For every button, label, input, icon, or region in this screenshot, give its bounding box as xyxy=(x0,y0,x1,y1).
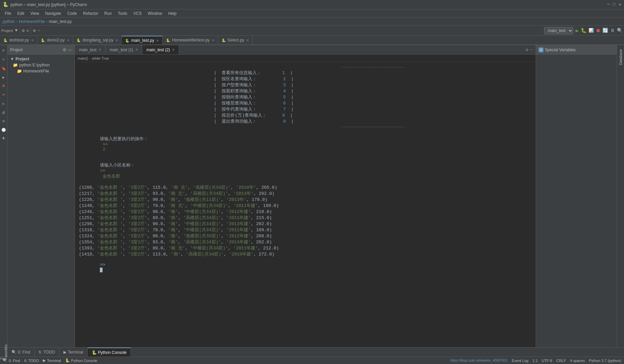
maximize-button[interactable]: □ xyxy=(613,2,616,7)
search-everywhere-button[interactable]: 🔍 xyxy=(617,28,623,33)
project-panel-toggle[interactable]: P xyxy=(1,48,7,54)
breadcrumb-python[interactable]: python xyxy=(3,19,15,24)
terminal-bar-toggle[interactable]: ▶ Terminal xyxy=(43,358,61,363)
find-icon: 🔍 xyxy=(11,350,17,355)
file-tab-demo2[interactable]: 🐍 demo2.py ✕ xyxy=(37,36,73,44)
split-icon[interactable]: ⊟ xyxy=(27,29,29,33)
menu-tools[interactable]: Tools xyxy=(115,10,130,17)
bottom-tab-python-console[interactable]: 🐍 Python Console xyxy=(88,347,131,357)
database-panel-toggle[interactable]: Database xyxy=(619,47,623,68)
todo-bar-toggle[interactable]: 6: TODO xyxy=(24,359,39,363)
line-col: 1:1 xyxy=(533,359,538,363)
breadcrumb-homeworkfile[interactable]: HomeworkFile xyxy=(19,19,45,24)
favorites-toggle[interactable]: 2: Favorites xyxy=(0,344,8,360)
indent[interactable]: 4 spaces xyxy=(570,359,585,363)
collapse-icon[interactable]: — xyxy=(38,28,40,33)
settings-small-icon[interactable]: ⚙ xyxy=(1,118,7,124)
close-tab-hw[interactable]: ✕ xyxy=(212,38,215,42)
clock-icon[interactable]: 🕐 xyxy=(1,127,7,133)
gear-icon[interactable]: ⚙ xyxy=(33,28,36,33)
tree-item-homework[interactable]: 📁 HomeworkFile xyxy=(7,68,75,74)
tree-subfolder-icon: 📁 xyxy=(17,69,22,73)
project-settings-icon[interactable]: ⚙ xyxy=(63,48,66,52)
prompt1-text: 请输入想要执行的操作： xyxy=(100,136,148,142)
editor-area: main_test ✕ main_test (1) ✕ main_test (2… xyxy=(75,45,536,347)
file-tab-dongdang[interactable]: 🐍 dongdang_sql.py ✕ xyxy=(73,36,122,44)
line-sep[interactable]: CRLF xyxy=(556,359,566,363)
bookmark-icon[interactable]: 🔖 xyxy=(1,65,7,71)
close-tab-test[interactable]: ✕ xyxy=(31,38,34,42)
editor-tab-main1[interactable]: main_test ✕ xyxy=(75,45,106,54)
bottom-tab-terminal[interactable]: ▶ Terminal xyxy=(59,347,87,357)
close-tab-dongdang[interactable]: ✕ xyxy=(115,38,118,42)
tab-label-dongdang: dongdang_sql.py xyxy=(83,38,113,42)
run-line-icon[interactable]: ▶ xyxy=(1,100,7,107)
url-text[interactable]: https://blog.csdn.net/weixin_45007631 xyxy=(450,359,508,362)
structure-icon[interactable]: ≡ xyxy=(1,57,7,63)
bottom-tab-todo[interactable]: 6: TODO xyxy=(35,347,59,357)
menu-edit[interactable]: Edit xyxy=(15,10,27,17)
minimize-button[interactable]: — xyxy=(607,2,609,7)
tree-item-project[interactable]: ▼ Project xyxy=(7,56,75,62)
tab-icon-dongdang: 🐍 xyxy=(77,38,81,42)
close-editor-tab1[interactable]: ✕ xyxy=(98,48,101,52)
close-tab-demo2[interactable]: ✕ xyxy=(67,38,69,42)
settings-icon[interactable]: ⚙ xyxy=(22,28,25,33)
data-row-2: (1226, '金色名郡 ', '3室2厅', 90.0, '南', '低楼层(… xyxy=(79,196,532,203)
tree-python-label: python E:\python xyxy=(19,63,50,67)
file-tab-hwtest[interactable]: 🐍 Homeworkfile\test.py ✕ xyxy=(163,36,218,44)
console-output[interactable]: ------------------------ | 查看所有信息输入： 1 |… xyxy=(75,62,536,347)
encoding[interactable]: UTF-8 xyxy=(542,359,552,363)
python-console-bar-toggle[interactable]: 🐍 Python Console xyxy=(65,358,97,363)
menu-run[interactable]: Run xyxy=(102,10,114,17)
editor-tab-main2[interactable]: main_test (1) ✕ xyxy=(106,45,142,54)
menu-bar: File Edit View Navigate Code Refactor Ru… xyxy=(0,9,624,18)
breadcrumb-file[interactable]: main_test.py xyxy=(49,19,72,24)
close-editor-tab2[interactable]: ✕ xyxy=(135,48,138,52)
tree-item-python[interactable]: 📁 python E:\python xyxy=(7,62,75,68)
menu-code[interactable]: Code xyxy=(64,10,80,17)
breadcrumb-main-func[interactable]: main() xyxy=(78,56,88,60)
menu-window[interactable]: Window xyxy=(145,10,165,17)
menu-view[interactable]: View xyxy=(28,10,42,17)
menu-navigate[interactable]: Navigate xyxy=(42,10,64,17)
event-log-link[interactable]: Event Log xyxy=(512,359,529,363)
toolbar-divider1 xyxy=(20,28,20,34)
rerun-button[interactable]: 🔄 xyxy=(602,28,608,33)
project-icon: Project xyxy=(1,29,13,33)
editor-tab2-label: main_test (1) xyxy=(110,48,133,52)
project-expand-icon[interactable]: ▼ xyxy=(15,28,18,33)
pause-button[interactable]: ⏸ xyxy=(610,28,615,33)
close-button[interactable]: ✕ xyxy=(619,2,621,7)
data-row-0: (1206, '金色名郡 ', '3室2厅', 115.0, '南 北', '低… xyxy=(79,184,532,190)
debug-button[interactable]: 🐛 xyxy=(581,28,587,33)
breakpoint-icon[interactable]: ● xyxy=(1,92,7,98)
python-version[interactable]: Python 3.7 (python) xyxy=(589,359,621,363)
editor-tab-main3[interactable]: main_test (2) ✕ xyxy=(142,45,179,54)
bottom-tab-find[interactable]: 🔍 0: Find xyxy=(7,347,35,357)
project-minimize-icon[interactable]: — xyxy=(68,48,72,52)
prompt2-arrow: >> xyxy=(100,168,105,173)
add-icon[interactable]: + xyxy=(1,135,7,142)
menu-vcs[interactable]: VCS xyxy=(131,10,144,17)
close-tab-main[interactable]: ✕ xyxy=(156,39,159,42)
menu-help[interactable]: Help xyxy=(166,10,179,17)
close-editor-tab3[interactable]: ✕ xyxy=(172,48,175,52)
run-button[interactable]: ▶ xyxy=(575,27,579,34)
menu-refactor[interactable]: Refactor xyxy=(80,10,101,17)
file-tab-test[interactable]: 🐍 test\test.py ✕ xyxy=(0,36,37,44)
close-tab-select[interactable]: ✕ xyxy=(246,38,249,42)
title-bar: 🐍 python – main_test.py [python] – PyCha… xyxy=(0,0,624,9)
stop-button[interactable]: ⏹ xyxy=(596,28,600,33)
data-row-4: (1246, '金色名郡 ', '3室2厅', 90.0, '南', '中楼层(… xyxy=(79,209,532,215)
menu-file[interactable]: File xyxy=(2,10,14,17)
stop-small-icon[interactable]: ■ xyxy=(1,83,7,89)
editor-tab-settings[interactable]: ⚙ — xyxy=(523,45,536,54)
breadcrumb-while-true[interactable]: while True xyxy=(92,56,109,60)
file-tab-select[interactable]: 🐍 Select.py ✕ xyxy=(218,36,253,44)
run-config-selector[interactable]: main_test xyxy=(544,27,573,34)
file-tab-main-test[interactable]: 🐍 main_test.py ✕ xyxy=(122,36,163,44)
run-debug-icon[interactable]: ▶ xyxy=(1,74,7,80)
print-icon[interactable]: 🖨 xyxy=(1,109,7,115)
run-with-coverage-button[interactable]: 📊 xyxy=(589,28,594,33)
